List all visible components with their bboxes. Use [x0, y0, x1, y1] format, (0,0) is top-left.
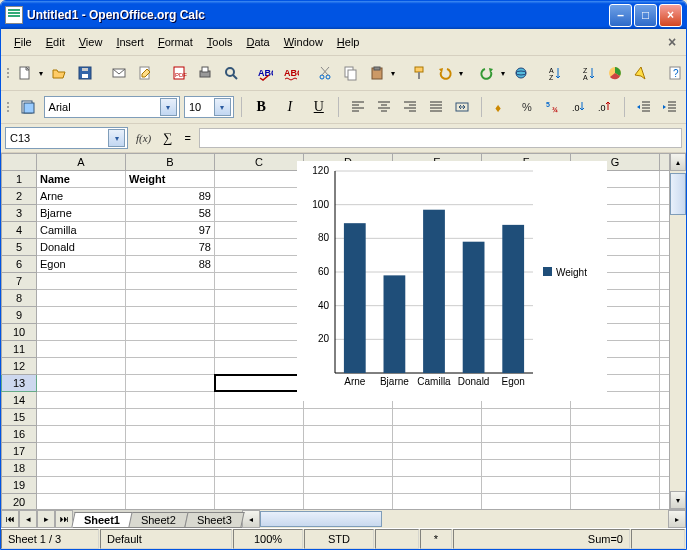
cell-H3[interactable] [660, 205, 670, 222]
scroll-down-button[interactable]: ▾ [670, 491, 686, 509]
spellcheck-button[interactable]: ABC [253, 61, 277, 85]
navigator-button[interactable] [629, 61, 653, 85]
menu-view[interactable]: View [72, 34, 110, 50]
autocheck-button[interactable]: ABC [279, 61, 303, 85]
doc-close-button[interactable]: × [664, 34, 680, 50]
cell-A9[interactable] [37, 307, 126, 324]
menu-edit[interactable]: Edit [39, 34, 72, 50]
sheet-tab-sheet3[interactable]: Sheet3 [184, 512, 244, 527]
cell-E20[interactable] [393, 494, 482, 510]
row-header-3[interactable]: 3 [2, 205, 37, 222]
cell-H18[interactable] [660, 460, 670, 477]
cell-B2[interactable]: 89 [126, 188, 215, 205]
cell-C18[interactable] [215, 460, 304, 477]
cell-C19[interactable] [215, 477, 304, 494]
cell-H10[interactable] [660, 324, 670, 341]
underline-button[interactable]: U [306, 95, 331, 119]
cell-H4[interactable] [660, 222, 670, 239]
cell-B10[interactable] [126, 324, 215, 341]
redo-dropdown[interactable]: ▾ [499, 69, 507, 78]
cut-button[interactable] [313, 61, 337, 85]
cell-B17[interactable] [126, 443, 215, 460]
cell-H14[interactable] [660, 392, 670, 409]
cell-A18[interactable] [37, 460, 126, 477]
scroll-right-button[interactable]: ▸ [668, 510, 686, 528]
cell-B7[interactable] [126, 273, 215, 290]
italic-button[interactable]: I [278, 95, 303, 119]
row-header-2[interactable]: 2 [2, 188, 37, 205]
cell-B11[interactable] [126, 341, 215, 358]
cell-F20[interactable] [482, 494, 571, 510]
row-header-1[interactable]: 1 [2, 171, 37, 188]
menu-tools[interactable]: Tools [200, 34, 240, 50]
embedded-chart[interactable]: 20406080100120ArneBjarneCamillaDonaldEgo… [297, 161, 607, 401]
cell-A19[interactable] [37, 477, 126, 494]
name-box[interactable]: C13 [5, 127, 128, 149]
horizontal-scrollbar[interactable]: ◂ ▸ [242, 510, 686, 528]
status-sum[interactable]: Sum=0 [453, 529, 630, 549]
row-header-4[interactable]: 4 [2, 222, 37, 239]
cell-C4[interactable] [215, 222, 304, 239]
cell-D17[interactable] [304, 443, 393, 460]
preview-button[interactable] [219, 61, 243, 85]
cell-B13[interactable] [126, 375, 215, 392]
cell-C2[interactable] [215, 188, 304, 205]
cell-E19[interactable] [393, 477, 482, 494]
select-all-cell[interactable] [2, 154, 37, 171]
cell-A1[interactable]: Name [37, 171, 126, 188]
cell-C15[interactable] [215, 409, 304, 426]
chart-button[interactable] [603, 61, 627, 85]
cell-E17[interactable] [393, 443, 482, 460]
spreadsheet-grid[interactable]: ABCDEFGH1NameWeight2Arne893Bjarne584Cami… [1, 153, 669, 509]
cell-G20[interactable] [571, 494, 660, 510]
cell-A13[interactable] [37, 375, 126, 392]
row-header-18[interactable]: 18 [2, 460, 37, 477]
pdf-button[interactable]: PDF [167, 61, 191, 85]
percent-button[interactable]: % [515, 95, 539, 119]
cell-B12[interactable] [126, 358, 215, 375]
row-header-15[interactable]: 15 [2, 409, 37, 426]
undo-dropdown[interactable]: ▾ [457, 69, 465, 78]
scroll-left-button[interactable]: ◂ [242, 510, 260, 528]
cell-A8[interactable] [37, 290, 126, 307]
undo-button[interactable] [433, 61, 457, 85]
row-header-12[interactable]: 12 [2, 358, 37, 375]
cell-H6[interactable] [660, 256, 670, 273]
cell-B19[interactable] [126, 477, 215, 494]
cell-D20[interactable] [304, 494, 393, 510]
cell-A3[interactable]: Bjarne [37, 205, 126, 222]
menu-data[interactable]: Data [239, 34, 276, 50]
font-size-combo[interactable]: 10 [184, 96, 234, 118]
cell-H17[interactable] [660, 443, 670, 460]
cell-B5[interactable]: 78 [126, 239, 215, 256]
row-header-19[interactable]: 19 [2, 477, 37, 494]
cell-H2[interactable] [660, 188, 670, 205]
sort-desc-button[interactable]: ZA [577, 61, 601, 85]
first-sheet-button[interactable]: ⏮ [1, 510, 19, 528]
new-doc-button[interactable] [13, 61, 37, 85]
align-justify-button[interactable] [424, 95, 448, 119]
cell-F15[interactable] [482, 409, 571, 426]
font-name-combo[interactable]: Arial [44, 96, 180, 118]
cell-H15[interactable] [660, 409, 670, 426]
cell-C6[interactable] [215, 256, 304, 273]
function-equals-button[interactable]: = [181, 132, 195, 144]
row-header-9[interactable]: 9 [2, 307, 37, 324]
cell-A20[interactable] [37, 494, 126, 510]
open-button[interactable] [47, 61, 71, 85]
help-button[interactable]: ? [663, 61, 687, 85]
cell-D15[interactable] [304, 409, 393, 426]
row-header-8[interactable]: 8 [2, 290, 37, 307]
cell-C9[interactable] [215, 307, 304, 324]
cell-C10[interactable] [215, 324, 304, 341]
cell-A10[interactable] [37, 324, 126, 341]
cell-C8[interactable] [215, 290, 304, 307]
cell-A7[interactable] [37, 273, 126, 290]
cell-B1[interactable]: Weight [126, 171, 215, 188]
status-zoom[interactable]: 100% [233, 529, 303, 549]
cell-D19[interactable] [304, 477, 393, 494]
cell-H12[interactable] [660, 358, 670, 375]
function-wizard-button[interactable]: f(x) [132, 132, 155, 144]
cell-B16[interactable] [126, 426, 215, 443]
row-header-13[interactable]: 13 [2, 375, 37, 392]
